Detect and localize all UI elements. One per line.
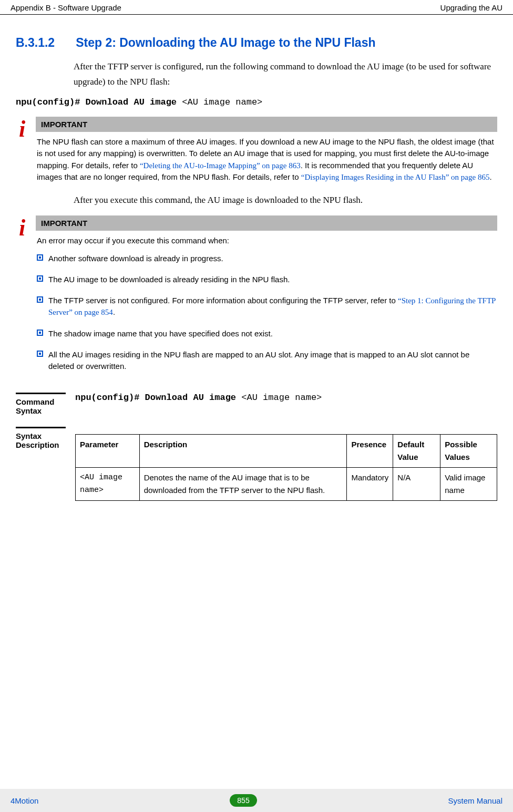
- note2-lead: An error may occur if you execute this c…: [37, 235, 496, 247]
- col-presence: Presence: [347, 435, 393, 468]
- command-bold: npu(config)# Download AU image: [16, 97, 182, 107]
- note-body: The NPU flash can store a maximum of thr…: [36, 136, 497, 183]
- bullet-text: All the AU images residing in the NPU fl…: [48, 349, 496, 372]
- list-item: All the AU images residing in the NPU fl…: [37, 349, 496, 372]
- command-line: npu(config)# Download AU image <AU image…: [16, 97, 497, 107]
- note-content: IMPORTANT An error may occur if you exec…: [36, 215, 497, 382]
- page-header: Appendix B - Software Upgrade Upgrading …: [0, 0, 513, 15]
- error-list: Another software download is already in …: [37, 253, 496, 372]
- page-number-badge: 855: [230, 794, 256, 807]
- command-syntax-row: Command Syntax npu(config)# Download AU …: [16, 393, 497, 415]
- table-header-row: Parameter Description Presence Default V…: [76, 435, 497, 468]
- footer-right: System Manual: [448, 796, 502, 805]
- bullet-icon: [37, 296, 43, 303]
- note-body: An error may occur if you execute this c…: [36, 235, 497, 372]
- bullet-text: Another software download is already in …: [48, 253, 223, 264]
- info-icon: i: [16, 218, 28, 239]
- page-content: B.3.1.2 Step 2: Downloading the AU Image…: [0, 15, 513, 501]
- col-parameter: Parameter: [76, 435, 140, 468]
- command-arg: <AU image name>: [182, 97, 262, 107]
- note-label: IMPORTANT: [36, 215, 497, 231]
- header-right: Upgrading the AU: [440, 3, 502, 12]
- footer-left: 4Motion: [11, 796, 38, 805]
- header-left: Appendix B - Software Upgrade: [11, 3, 121, 12]
- list-item: The TFTP server is not configured. For m…: [37, 295, 496, 319]
- note-content: IMPORTANT The NPU flash can store a maxi…: [36, 117, 497, 183]
- page-footer: 4Motion 855 System Manual: [0, 789, 513, 812]
- col-possible: Possible Values: [440, 435, 497, 468]
- syntax-description-label: Syntax Description: [16, 427, 66, 449]
- note-label: IMPORTANT: [36, 117, 497, 132]
- info-icon: i: [16, 119, 28, 140]
- note1-post: .: [489, 172, 491, 181]
- link-delete-mapping[interactable]: “Deleting the AU-to-Image Mapping” on pa…: [140, 161, 301, 170]
- list-item: Another software download is already in …: [37, 253, 496, 264]
- command-bold: npu(config)# Download AU image: [75, 393, 241, 403]
- syntax-description-row: Syntax Description Parameter Description…: [16, 427, 497, 501]
- bullet-icon: [37, 351, 43, 357]
- bullet-text: The AU image to be downloaded is already…: [48, 274, 290, 285]
- bullet-icon: [37, 330, 43, 336]
- list-item: The AU image to be downloaded is already…: [37, 274, 496, 285]
- syntax-description-body: Parameter Description Presence Default V…: [75, 427, 497, 501]
- bullet-icon: [37, 254, 43, 261]
- command-arg: <AU image name>: [241, 393, 322, 403]
- syntax-table: Parameter Description Presence Default V…: [75, 434, 497, 501]
- cell-parameter: <AU image name>: [76, 468, 140, 501]
- cell-possible: Valid image name: [440, 468, 497, 501]
- intro-paragraph: After the TFTP server is configured, run…: [74, 59, 497, 90]
- after-paragraph: After you execute this command, the AU i…: [74, 193, 497, 208]
- section-title: Step 2: Downloading the AU Image to the …: [76, 36, 375, 50]
- bullet-text: The TFTP server is not configured. For m…: [48, 295, 496, 319]
- command-syntax-label: Command Syntax: [16, 393, 66, 415]
- link-display-images[interactable]: “Displaying Images Residing in the AU Fl…: [301, 173, 490, 181]
- col-description: Description: [139, 435, 347, 468]
- bullet-text: The shadow image name that you have spec…: [48, 328, 273, 340]
- important-note-1: i IMPORTANT The NPU flash can store a ma…: [16, 117, 497, 183]
- important-note-2: i IMPORTANT An error may occur if you ex…: [16, 215, 497, 382]
- cell-default: N/A: [393, 468, 440, 501]
- bullet-icon: [37, 275, 43, 282]
- section-heading: B.3.1.2 Step 2: Downloading the AU Image…: [16, 36, 497, 50]
- cell-description: Denotes the name of the AU image that is…: [139, 468, 347, 501]
- col-default: Default Value: [393, 435, 440, 468]
- section-number: B.3.1.2: [16, 36, 55, 50]
- list-item: The shadow image name that you have spec…: [37, 328, 496, 340]
- cell-presence: Mandatory: [347, 468, 393, 501]
- table-row: <AU image name> Denotes the name of the …: [76, 468, 497, 501]
- command-syntax-body: npu(config)# Download AU image <AU image…: [75, 393, 497, 403]
